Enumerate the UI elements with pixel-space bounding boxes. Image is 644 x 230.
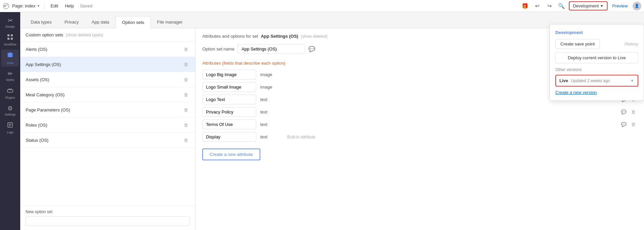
option-item-name: Status (OS) <box>26 138 49 143</box>
data-icon <box>6 52 14 61</box>
sidebar-item-plugins[interactable]: Plugins <box>1 85 19 101</box>
list-item[interactable]: Page Parameters (OS) 🗑 <box>20 102 195 118</box>
svg-point-1 <box>4 5 6 7</box>
tab-privacy[interactable]: Privacy <box>58 16 85 28</box>
gift-icon[interactable]: 🎁 <box>520 1 530 11</box>
show-deleted-link[interactable]: (show deleted types) <box>66 33 103 37</box>
redo-icon[interactable]: ↪ <box>545 1 554 11</box>
item-actions: 🗑 <box>182 75 190 84</box>
attribute-name: Terms Of Use <box>202 120 256 129</box>
svg-rect-3 <box>7 34 9 36</box>
tab-option-sets[interactable]: Option sets <box>116 16 151 28</box>
sidebar-item-label: Plugins <box>5 96 15 99</box>
bubble-logo <box>3 3 9 9</box>
builtin-label: Built-in attribute <box>287 135 315 139</box>
list-item[interactable]: Assets (OS) 🗑 <box>20 72 195 87</box>
page-selector[interactable]: Page: index ▼ <box>12 3 40 8</box>
sidebar-item-design[interactable]: ✂ Design <box>1 15 19 30</box>
plugins-icon <box>7 87 13 95</box>
item-actions: 🗑 <box>182 136 190 144</box>
delete-icon[interactable]: 🗑 <box>182 75 190 84</box>
option-set-list: Alerts (OS) 🗑 App Settings (OS) 🗑 Assets… <box>20 42 195 205</box>
topbar-right: 🎁 ↩ ↪ 🔍 Development ▼ Preview 👤 <box>520 1 641 11</box>
tab-data-types[interactable]: Data types <box>24 16 58 28</box>
attribute-type: image <box>260 85 281 90</box>
delete-icon[interactable]: 🗑 <box>182 106 190 114</box>
dev-btn-label: Development <box>573 3 599 8</box>
create-new-version-link[interactable]: Create a new version <box>555 90 638 95</box>
help-menu[interactable]: Help <box>63 3 76 8</box>
sidebar-item-settings[interactable]: ⚙ Settings <box>1 103 19 118</box>
option-set-name-input[interactable] <box>238 44 305 54</box>
settings-icon: ⚙ <box>7 105 13 112</box>
main-layout: ✂ Design Workflow Data ✏ Styles Plugins <box>0 12 644 230</box>
sidebar-item-logs[interactable]: Logs <box>1 120 19 136</box>
svg-rect-11 <box>7 90 13 92</box>
topbar: Page: index ▼ Edit Help Saved 🎁 ↩ ↪ 🔍 De… <box>0 0 644 12</box>
list-item[interactable]: Alerts (OS) 🗑 <box>20 42 195 57</box>
other-versions-title: Other versions <box>555 67 638 72</box>
svg-rect-13 <box>10 89 11 90</box>
delete-icon[interactable]: 🗑 <box>629 121 637 129</box>
styles-icon: ✏ <box>8 70 13 77</box>
attributes-header-text: Attributes and options for set <box>202 34 258 39</box>
edit-menu[interactable]: Edit <box>49 3 60 8</box>
search-icon[interactable]: 🔍 <box>557 1 566 11</box>
tab-file-manager[interactable]: File manager <box>151 16 189 28</box>
preview-button[interactable]: Preview <box>610 3 630 8</box>
page-label: Page: <box>12 3 24 8</box>
sidebar-item-label: Logs <box>7 131 13 134</box>
live-version-row[interactable]: Live Updated 2 weeks ago ▼ <box>555 75 638 87</box>
save-point-row: Create save point History <box>555 39 638 49</box>
option-set-name-label: Option set name <box>202 46 234 52</box>
sidebar-item-workflow[interactable]: Workflow <box>1 32 19 48</box>
option-item-name: Alerts (OS) <box>26 47 47 52</box>
option-item-name: Roles (OS) <box>26 123 47 128</box>
create-new-attribute-button[interactable]: Create a new attribute <box>202 149 260 160</box>
sidebar-item-data[interactable]: Data <box>1 50 19 67</box>
tab-app-data[interactable]: App data <box>85 16 116 28</box>
development-dropdown: Development Create save point History De… <box>550 24 644 101</box>
divider <box>44 3 45 9</box>
new-option-input[interactable] <box>26 216 190 226</box>
list-item[interactable]: Roles (OS) 🗑 <box>20 118 195 133</box>
item-actions: 🗑 <box>182 121 190 129</box>
attribute-type: text <box>260 97 281 102</box>
delete-icon[interactable]: 🗑 <box>629 108 637 116</box>
delete-icon[interactable]: 🗑 <box>182 45 190 53</box>
attribute-type: image <box>260 72 281 77</box>
attribute-type: text <box>260 122 281 127</box>
delete-icon[interactable]: 🗑 <box>182 60 190 68</box>
chevron-down-icon: ▼ <box>630 78 634 83</box>
avatar[interactable]: 👤 <box>633 2 641 10</box>
sidebar-item-styles[interactable]: ✏ Styles <box>1 68 19 84</box>
show-deleted-attributes-link[interactable]: (show deleted) <box>301 34 328 39</box>
comment-icon[interactable]: 💬 <box>620 108 628 116</box>
item-actions: 🗑 <box>182 60 190 68</box>
attribute-name: Display <box>202 132 256 142</box>
list-item[interactable]: App Settings (OS) 🗑 <box>20 57 195 72</box>
history-link[interactable]: History <box>625 41 638 46</box>
option-item-name: Page Parameters (OS) <box>26 107 70 112</box>
scissors-icon: ✂ <box>8 17 13 24</box>
deploy-button[interactable]: Deploy current version to Live <box>555 52 638 63</box>
delete-icon[interactable]: 🗑 <box>182 121 190 129</box>
item-actions: 🗑 <box>182 106 190 114</box>
attribute-actions: 💬 🗑 <box>620 121 637 129</box>
delete-icon[interactable]: 🗑 <box>182 136 190 144</box>
undo-icon[interactable]: ↩ <box>532 1 542 11</box>
comment-icon[interactable]: 💬 <box>620 121 628 129</box>
create-save-point-button[interactable]: Create save point <box>555 39 600 49</box>
delete-icon[interactable]: 🗑 <box>182 91 190 99</box>
comment-icon[interactable]: 💬 <box>309 46 315 52</box>
development-button[interactable]: Development ▼ <box>569 1 608 10</box>
attribute-type: text <box>260 134 281 139</box>
svg-point-10 <box>7 55 13 57</box>
workflow-icon <box>7 34 13 42</box>
item-actions: 🗑 <box>182 91 190 99</box>
list-item[interactable]: Meal Category (OS) 🗑 <box>20 87 195 102</box>
left-panel-header: Custom option sets (show deleted types) <box>20 28 195 42</box>
version-info: Updated 2 weeks ago <box>571 78 610 83</box>
attribute-row: Privacy Policy text 💬 🗑 <box>202 107 637 117</box>
list-item[interactable]: Status (OS) 🗑 <box>20 133 195 148</box>
